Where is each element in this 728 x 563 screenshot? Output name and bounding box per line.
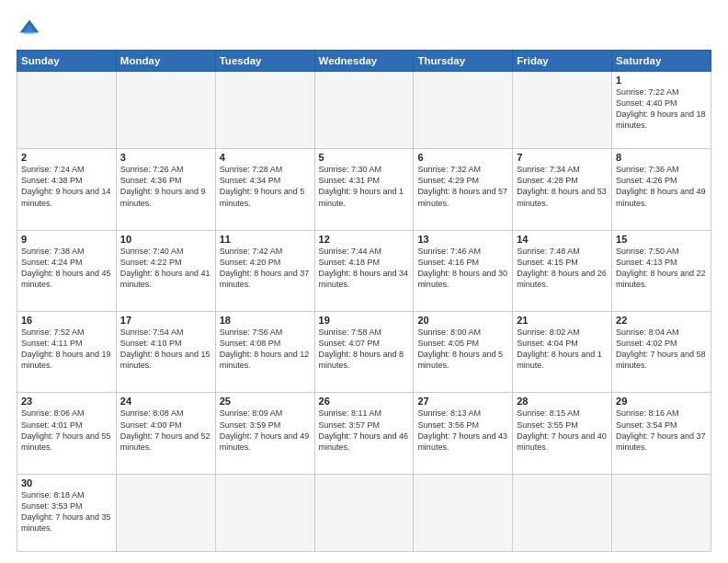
day-info: Sunrise: 8:04 AM Sunset: 4:02 PM Dayligh… — [616, 327, 707, 372]
calendar-cell-week1-day3 — [215, 72, 314, 149]
calendar-cell-week1-day6 — [513, 72, 612, 149]
day-info: Sunrise: 7:46 AM Sunset: 4:16 PM Dayligh… — [417, 246, 508, 291]
calendar-cell-week6-day6 — [513, 474, 612, 551]
calendar-cell-week3-day2: 10Sunrise: 7:40 AM Sunset: 4:22 PM Dayli… — [116, 230, 215, 311]
calendar-cell-week4-day6: 21Sunrise: 8:02 AM Sunset: 4:04 PM Dayli… — [513, 311, 612, 392]
day-number: 7 — [517, 152, 608, 163]
calendar-cell-week6-day2 — [116, 474, 215, 551]
day-info: Sunrise: 8:08 AM Sunset: 4:00 PM Dayligh… — [120, 408, 211, 453]
calendar-cell-week4-day7: 22Sunrise: 8:04 AM Sunset: 4:02 PM Dayli… — [612, 311, 711, 392]
logo-icon — [17, 17, 42, 42]
day-number: 16 — [21, 315, 112, 326]
calendar-cell-week3-day3: 11Sunrise: 7:42 AM Sunset: 4:20 PM Dayli… — [215, 230, 314, 311]
calendar-cell-week5-day1: 23Sunrise: 8:06 AM Sunset: 4:01 PM Dayli… — [17, 393, 117, 474]
day-info: Sunrise: 7:22 AM Sunset: 4:40 PM Dayligh… — [616, 86, 707, 132]
calendar-cell-week5-day4: 26Sunrise: 8:11 AM Sunset: 3:57 PM Dayli… — [314, 393, 414, 474]
calendar-cell-week6-day7 — [612, 474, 711, 551]
calendar-cell-week5-day7: 29Sunrise: 8:16 AM Sunset: 3:54 PM Dayli… — [612, 393, 711, 474]
calendar-cell-week4-day3: 18Sunrise: 7:56 AM Sunset: 4:08 PM Dayli… — [215, 311, 314, 392]
weekday-header-sunday: Sunday — [17, 51, 117, 72]
day-number: 3 — [120, 152, 211, 163]
weekday-header-tuesday: Tuesday — [215, 51, 314, 72]
calendar-cell-week1-day2 — [116, 72, 215, 149]
calendar-cell-week2-day7: 8Sunrise: 7:36 AM Sunset: 4:26 PM Daylig… — [612, 149, 711, 230]
day-number: 8 — [616, 152, 707, 163]
calendar-cell-week3-day4: 12Sunrise: 7:44 AM Sunset: 4:18 PM Dayli… — [314, 230, 414, 311]
calendar-cell-week2-day5: 6Sunrise: 7:32 AM Sunset: 4:29 PM Daylig… — [414, 149, 513, 230]
day-number: 22 — [616, 315, 707, 326]
day-info: Sunrise: 8:11 AM Sunset: 3:57 PM Dayligh… — [319, 408, 410, 453]
weekday-header-row: SundayMondayTuesdayWednesdayThursdayFrid… — [17, 51, 711, 72]
calendar-cell-week2-day2: 3Sunrise: 7:26 AM Sunset: 4:36 PM Daylig… — [116, 149, 215, 230]
day-number: 28 — [517, 396, 608, 407]
weekday-header-wednesday: Wednesday — [314, 51, 414, 72]
day-info: Sunrise: 7:36 AM Sunset: 4:26 PM Dayligh… — [616, 164, 707, 209]
day-number: 14 — [517, 234, 608, 245]
day-number: 17 — [120, 315, 211, 326]
page: SundayMondayTuesdayWednesdayThursdayFrid… — [0, 0, 728, 563]
day-number: 24 — [120, 396, 211, 407]
day-info: Sunrise: 7:56 AM Sunset: 4:08 PM Dayligh… — [220, 327, 311, 372]
day-number: 21 — [517, 315, 608, 326]
calendar-cell-week4-day2: 17Sunrise: 7:54 AM Sunset: 4:10 PM Dayli… — [116, 311, 215, 392]
day-number: 27 — [417, 396, 508, 407]
day-number: 2 — [21, 152, 112, 163]
day-info: Sunrise: 7:32 AM Sunset: 4:29 PM Dayligh… — [417, 164, 508, 209]
day-number: 19 — [319, 315, 410, 326]
weekday-header-thursday: Thursday — [414, 51, 513, 72]
day-info: Sunrise: 8:16 AM Sunset: 3:54 PM Dayligh… — [616, 408, 707, 453]
day-number: 5 — [319, 152, 410, 163]
calendar-cell-week2-day1: 2Sunrise: 7:24 AM Sunset: 4:38 PM Daylig… — [17, 149, 117, 230]
calendar-cell-week4-day4: 19Sunrise: 7:58 AM Sunset: 4:07 PM Dayli… — [314, 311, 414, 392]
calendar-cell-week6-day1: 30Sunrise: 8:18 AM Sunset: 3:53 PM Dayli… — [17, 474, 117, 551]
day-number: 30 — [21, 477, 112, 488]
calendar-cell-week1-day1 — [17, 72, 117, 149]
day-info: Sunrise: 7:34 AM Sunset: 4:28 PM Dayligh… — [517, 164, 608, 209]
calendar-cell-week5-day3: 25Sunrise: 8:09 AM Sunset: 3:59 PM Dayli… — [215, 393, 314, 474]
day-info: Sunrise: 8:09 AM Sunset: 3:59 PM Dayligh… — [220, 408, 311, 453]
weekday-header-saturday: Saturday — [612, 51, 711, 72]
calendar-cell-week5-day2: 24Sunrise: 8:08 AM Sunset: 4:00 PM Dayli… — [116, 393, 215, 474]
day-number: 29 — [616, 396, 707, 407]
week-row-5: 23Sunrise: 8:06 AM Sunset: 4:01 PM Dayli… — [17, 393, 711, 474]
day-number: 11 — [220, 234, 311, 245]
day-info: Sunrise: 8:13 AM Sunset: 3:56 PM Dayligh… — [417, 408, 508, 453]
day-number: 9 — [21, 234, 112, 245]
day-info: Sunrise: 7:44 AM Sunset: 4:18 PM Dayligh… — [319, 246, 410, 291]
calendar-cell-week4-day1: 16Sunrise: 7:52 AM Sunset: 4:11 PM Dayli… — [17, 311, 117, 392]
calendar-cell-week6-day4 — [314, 474, 414, 551]
header-area — [17, 17, 711, 42]
day-info: Sunrise: 8:02 AM Sunset: 4:04 PM Dayligh… — [517, 327, 608, 372]
day-number: 25 — [220, 396, 311, 407]
day-number: 26 — [319, 396, 410, 407]
day-info: Sunrise: 7:26 AM Sunset: 4:36 PM Dayligh… — [120, 164, 211, 209]
calendar-cell-week3-day6: 14Sunrise: 7:48 AM Sunset: 4:15 PM Dayli… — [513, 230, 612, 311]
week-row-3: 9Sunrise: 7:38 AM Sunset: 4:24 PM Daylig… — [17, 230, 711, 311]
calendar-cell-week5-day6: 28Sunrise: 8:15 AM Sunset: 3:55 PM Dayli… — [513, 393, 612, 474]
week-row-2: 2Sunrise: 7:24 AM Sunset: 4:38 PM Daylig… — [17, 149, 711, 230]
day-info: Sunrise: 7:40 AM Sunset: 4:22 PM Dayligh… — [120, 246, 211, 291]
day-info: Sunrise: 8:00 AM Sunset: 4:05 PM Dayligh… — [417, 327, 508, 372]
day-number: 6 — [417, 152, 508, 163]
day-info: Sunrise: 7:54 AM Sunset: 4:10 PM Dayligh… — [120, 327, 211, 372]
day-info: Sunrise: 7:28 AM Sunset: 4:34 PM Dayligh… — [220, 164, 311, 209]
day-info: Sunrise: 8:06 AM Sunset: 4:01 PM Dayligh… — [21, 408, 112, 453]
calendar-cell-week1-day7: 1Sunrise: 7:22 AM Sunset: 4:40 PM Daylig… — [612, 72, 711, 149]
day-number: 20 — [417, 315, 508, 326]
calendar-cell-week2-day4: 5Sunrise: 7:30 AM Sunset: 4:31 PM Daylig… — [314, 149, 414, 230]
calendar-cell-week2-day3: 4Sunrise: 7:28 AM Sunset: 4:34 PM Daylig… — [215, 149, 314, 230]
day-number: 1 — [616, 75, 707, 86]
day-number: 18 — [220, 315, 311, 326]
calendar-cell-week1-day5 — [414, 72, 513, 149]
weekday-header-monday: Monday — [116, 51, 215, 72]
day-number: 4 — [220, 152, 311, 163]
day-number: 10 — [120, 234, 211, 245]
day-number: 13 — [417, 234, 508, 245]
day-info: Sunrise: 8:18 AM Sunset: 3:53 PM Dayligh… — [21, 489, 112, 534]
calendar-cell-week3-day5: 13Sunrise: 7:46 AM Sunset: 4:16 PM Dayli… — [414, 230, 513, 311]
day-info: Sunrise: 7:48 AM Sunset: 4:15 PM Dayligh… — [517, 246, 608, 291]
calendar-cell-week6-day5 — [414, 474, 513, 551]
day-info: Sunrise: 7:52 AM Sunset: 4:11 PM Dayligh… — [21, 327, 112, 372]
calendar-cell-week6-day3 — [215, 474, 314, 551]
day-info: Sunrise: 7:58 AM Sunset: 4:07 PM Dayligh… — [319, 327, 410, 372]
